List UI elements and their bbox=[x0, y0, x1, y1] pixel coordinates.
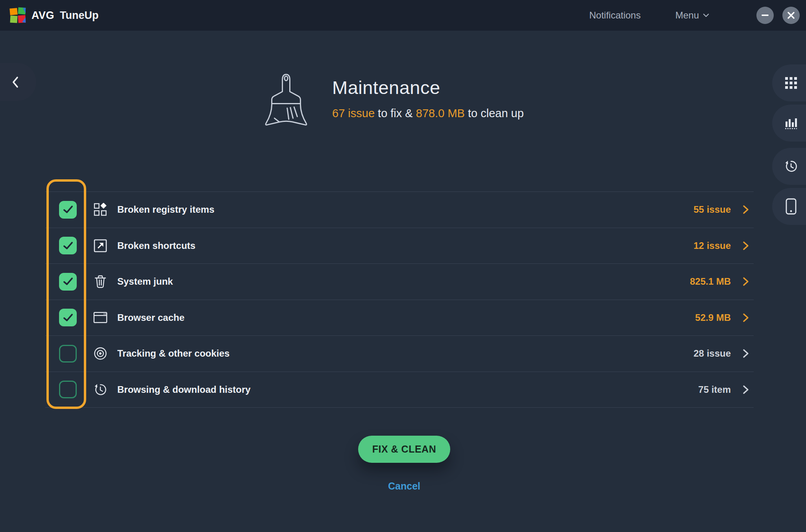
row-label: Broken registry items bbox=[117, 204, 214, 215]
maintenance-row[interactable]: Broken registry items 55 issue bbox=[45, 192, 754, 228]
notifications-link[interactable]: Notifications bbox=[589, 10, 641, 21]
page-title: Maintenance bbox=[332, 77, 524, 98]
row-value: 825.1 MB bbox=[690, 276, 731, 287]
menu-label[interactable]: Menu bbox=[675, 10, 699, 21]
row-label: Broken shortcuts bbox=[117, 240, 196, 251]
chevron-right-icon[interactable] bbox=[743, 313, 749, 322]
shortcut-icon bbox=[94, 239, 107, 252]
row-checkbox[interactable] bbox=[59, 237, 77, 254]
row-icon-host bbox=[93, 238, 107, 254]
chevron-right-icon[interactable] bbox=[743, 349, 749, 358]
check-icon bbox=[63, 241, 73, 250]
maintenance-row[interactable]: System junk 825.1 MB bbox=[45, 264, 754, 300]
check-icon bbox=[63, 205, 73, 214]
history-icon bbox=[784, 159, 798, 173]
row-icon-host bbox=[93, 310, 107, 326]
close-icon bbox=[788, 12, 795, 19]
row-icon-host bbox=[93, 202, 107, 217]
maintenance-row[interactable]: Broken shortcuts 12 issue bbox=[45, 228, 754, 264]
back-button[interactable] bbox=[0, 63, 36, 101]
fix-and-clean-button[interactable]: FIX & CLEAN bbox=[358, 436, 450, 463]
title-bar: AVG TuneUp Notifications Menu bbox=[0, 0, 806, 31]
cancel-link[interactable]: Cancel bbox=[364, 480, 445, 492]
chevron-down-icon bbox=[703, 13, 709, 17]
trash-icon bbox=[94, 274, 107, 289]
sidebar-item-dashboard[interactable] bbox=[772, 64, 806, 101]
mobile-phone-icon bbox=[786, 198, 797, 215]
row-value: 52.9 MB bbox=[695, 312, 731, 323]
row-icon-host bbox=[93, 382, 107, 398]
broom-icon bbox=[257, 69, 316, 133]
bar-chart-icon bbox=[784, 116, 798, 130]
maintenance-row[interactable]: Browser cache 52.9 MB bbox=[45, 300, 754, 336]
chevron-right-icon[interactable] bbox=[743, 241, 749, 250]
minimize-icon bbox=[762, 15, 769, 16]
check-icon bbox=[63, 277, 73, 286]
chevron-left-icon bbox=[12, 76, 19, 88]
page-header: Maintenance 67 issue to fix & 878.0 MB t… bbox=[257, 69, 524, 133]
chevron-right-icon[interactable] bbox=[743, 277, 749, 286]
row-value: 55 issue bbox=[693, 204, 731, 215]
row-checkbox[interactable] bbox=[59, 381, 77, 398]
chevron-right-icon[interactable] bbox=[743, 385, 749, 394]
avg-logo-icon bbox=[9, 6, 27, 24]
history-icon bbox=[93, 383, 107, 397]
row-value: 28 issue bbox=[693, 348, 731, 359]
row-checkbox[interactable] bbox=[59, 309, 77, 326]
browser-icon bbox=[93, 311, 107, 324]
page-subtitle: 67 issue to fix & 878.0 MB to clean up bbox=[332, 107, 524, 120]
minimize-button[interactable] bbox=[756, 7, 774, 24]
row-checkbox[interactable] bbox=[59, 345, 77, 363]
registry-icon bbox=[94, 203, 107, 216]
row-label: System junk bbox=[117, 276, 173, 287]
row-icon-host bbox=[93, 346, 107, 361]
check-icon bbox=[63, 313, 73, 322]
row-label: Browsing & download history bbox=[117, 384, 251, 395]
menu-dropdown[interactable]: Menu bbox=[675, 10, 709, 21]
row-value: 75 item bbox=[698, 384, 731, 395]
target-icon bbox=[93, 346, 107, 361]
brand-name: AVG bbox=[31, 9, 54, 22]
sidebar-item-mobile[interactable] bbox=[772, 188, 806, 225]
row-checkbox[interactable] bbox=[59, 201, 77, 219]
chevron-right-icon[interactable] bbox=[743, 205, 749, 214]
brand-product: TuneUp bbox=[60, 9, 98, 22]
sidebar-item-statistics[interactable] bbox=[772, 105, 806, 142]
maintenance-list: Broken registry items 55 issue Broken sh… bbox=[45, 191, 754, 408]
sidebar-item-rescue-center[interactable] bbox=[772, 148, 806, 185]
app-logo: AVG TuneUp bbox=[9, 6, 99, 24]
row-icon-host bbox=[93, 274, 107, 289]
row-label: Browser cache bbox=[117, 312, 185, 323]
maintenance-row[interactable]: Tracking & other cookies 28 issue bbox=[45, 336, 754, 372]
issues-count: 67 issue bbox=[332, 107, 375, 120]
apps-grid-icon bbox=[785, 77, 797, 89]
maintenance-row[interactable]: Browsing & download history 75 item bbox=[45, 372, 754, 408]
row-checkbox[interactable] bbox=[59, 273, 77, 291]
close-button[interactable] bbox=[782, 7, 800, 24]
cleanup-size: 878.0 MB bbox=[416, 107, 465, 120]
row-value: 12 issue bbox=[693, 240, 731, 251]
row-label: Tracking & other cookies bbox=[117, 348, 229, 359]
